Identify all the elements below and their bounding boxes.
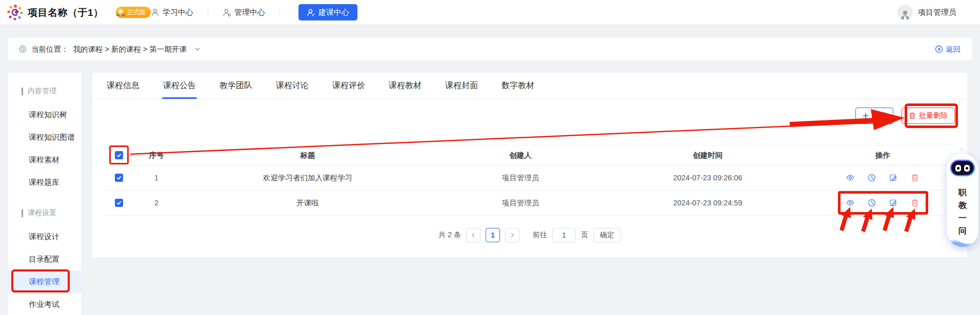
trash-icon — [909, 112, 916, 119]
avatar — [897, 5, 913, 20]
announcement-table: 序号 标题 创建人 创建时间 操作 1 欢迎学习者们加入课程学习 项目管理员 2… — [105, 145, 955, 216]
delete-trash-icon[interactable] — [911, 199, 919, 207]
nav-course-builder-center[interactable]: 建课中心 — [298, 4, 357, 20]
section-bar — [22, 88, 23, 95]
section-title-label: 课程设置 — [28, 208, 56, 218]
robot-icon — [949, 156, 976, 183]
row-checkbox[interactable] — [115, 174, 123, 182]
nav-divider — [279, 8, 280, 16]
section-title-label: 内容管理 — [28, 87, 56, 96]
confirm-button[interactable]: 确定 — [593, 228, 621, 242]
page-number-button[interactable]: 1 — [486, 228, 500, 242]
nav-label: 学习中心 — [163, 8, 193, 17]
cell-title: 欢迎学习者们加入课程学习 — [179, 173, 436, 183]
next-page-button[interactable] — [505, 228, 519, 242]
sidebar-item-catalog-config[interactable]: 目录配置 — [8, 248, 81, 270]
col-header-created-at: 创建时间 — [605, 151, 810, 160]
sidebar-item-question-bank[interactable]: 课程题库 — [8, 171, 81, 194]
nav-label: 管理中心 — [234, 8, 265, 17]
page: 项目名称（于1） 正式版 学习中心 — [0, 0, 980, 315]
table-row: 1 欢迎学习者们加入课程学习 项目管理员 2024-07-23 09:26:06 — [105, 165, 955, 191]
user-gear-icon — [223, 8, 231, 17]
section-bar — [22, 209, 23, 217]
edit-pen-icon[interactable] — [889, 199, 897, 207]
nav-divider — [208, 8, 208, 16]
view-eye-icon[interactable] — [846, 174, 854, 182]
prev-page-button[interactable] — [466, 228, 481, 242]
assistant-widget[interactable]: 职 教 一 问 — [947, 154, 978, 247]
sidebar-item-homework-exam[interactable]: 作业考试 — [8, 293, 81, 315]
nav-learning-center[interactable]: 学习中心 — [144, 8, 201, 17]
toolbar: 新增 批量删除 — [855, 108, 955, 124]
sidebar: 内容管理 课程知识树 课程知识图谱 课程素材 课程题库 课程设置 课程设计 目录… — [8, 73, 81, 315]
cell-creator: 项目管理员 — [436, 198, 605, 208]
assistant-char: 教 — [958, 199, 967, 212]
cell-index: 2 — [133, 199, 179, 207]
header-user[interactable]: 项目管理员 — [897, 0, 956, 25]
back-arrow-icon — [935, 45, 943, 53]
breadcrumb: 当前位置： 我的课程 > 新的课程 > 第一期开课 — [18, 45, 201, 54]
chevron-right-icon — [510, 233, 515, 238]
cell-created-at: 2024-07-23 09:24:59 — [605, 199, 810, 207]
check-icon — [116, 200, 122, 205]
history-clock-icon[interactable] — [868, 199, 876, 207]
cell-title: 开课啦 — [179, 198, 436, 208]
assistant-char: 一 — [958, 212, 967, 224]
user-name: 项目管理员 — [918, 8, 956, 17]
view-eye-icon[interactable] — [846, 199, 854, 207]
location-icon — [18, 45, 27, 53]
row-checkbox[interactable] — [115, 199, 123, 207]
tab-course-evaluation[interactable]: 课程评价 — [332, 73, 365, 99]
app-title: 项目名称（于1） — [28, 6, 104, 19]
chevron-down-icon[interactable] — [194, 46, 201, 52]
main-panel: 课程信息 课程公告 教学团队 课程讨论 课程评价 课程教材 课程封面 数字教材 … — [92, 73, 967, 257]
check-icon — [116, 175, 122, 180]
col-header-actions: 操作 — [810, 151, 955, 160]
cell-index: 1 — [133, 174, 179, 182]
sidebar-item-knowledge-graph[interactable]: 课程知识图谱 — [8, 126, 81, 149]
back-button[interactable]: 返回 — [935, 45, 961, 54]
select-all-checkbox[interactable] — [115, 151, 123, 159]
page-unit-label: 页 — [581, 230, 588, 240]
tab-course-announcement[interactable]: 课程公告 — [163, 73, 196, 99]
tab-course-cover[interactable]: 课程封面 — [445, 73, 478, 99]
sidebar-item-knowledge-tree[interactable]: 课程知识树 — [8, 103, 81, 126]
sidebar-section-course-settings: 课程设置 — [8, 206, 81, 220]
tab-course-textbook[interactable]: 课程教材 — [389, 73, 422, 99]
sidebar-section-content-mgmt: 内容管理 — [8, 84, 81, 98]
sidebar-item-course-manage[interactable]: 课程管理 — [8, 270, 81, 293]
tab-course-discussion[interactable]: 课程讨论 — [276, 73, 309, 99]
add-button[interactable]: 新增 — [855, 108, 893, 124]
pagination: 共 2 条 1 前往 页 确定 — [92, 228, 967, 242]
breadcrumb-path: 我的课程 > 新的课程 > 第一期开课 — [73, 45, 187, 54]
user-edit-icon — [307, 8, 315, 17]
user-icon — [151, 8, 159, 17]
cell-creator: 项目管理员 — [436, 173, 605, 183]
history-clock-icon[interactable] — [868, 174, 876, 182]
nav-label: 建课中心 — [318, 8, 349, 17]
main-nav: 学习中心 管理中心 建课中心 — [144, 0, 357, 25]
back-label: 返回 — [946, 45, 961, 54]
tab-course-info[interactable]: 课程信息 — [107, 73, 139, 99]
tab-teaching-team[interactable]: 教学团队 — [219, 73, 252, 99]
col-header-creator: 创建人 — [436, 151, 605, 160]
breadcrumb-location-label: 当前位置： — [31, 45, 69, 54]
sidebar-item-course-material[interactable]: 课程素材 — [8, 149, 81, 171]
add-button-label: 新增 — [872, 111, 886, 120]
medal-icon — [114, 6, 127, 18]
edit-pen-icon[interactable] — [889, 174, 897, 182]
top-header: 项目名称（于1） 正式版 学习中心 — [0, 0, 980, 25]
check-icon — [116, 153, 122, 158]
delete-trash-icon[interactable] — [911, 174, 919, 182]
goto-page-input[interactable] — [552, 228, 576, 242]
tab-digital-textbook[interactable]: 数字教材 — [502, 73, 534, 99]
nav-admin-center[interactable]: 管理中心 — [215, 8, 272, 17]
plus-icon — [863, 113, 869, 119]
goto-label: 前往 — [533, 230, 547, 240]
sidebar-item-course-design[interactable]: 课程设计 — [8, 225, 81, 248]
edition-badge-label: 正式版 — [127, 9, 146, 16]
sparkle-icon: ✧ — [959, 146, 964, 153]
batch-delete-button[interactable]: 批量删除 — [902, 108, 955, 124]
chevron-left-icon — [471, 233, 476, 238]
assistant-char: 职 — [958, 186, 967, 199]
